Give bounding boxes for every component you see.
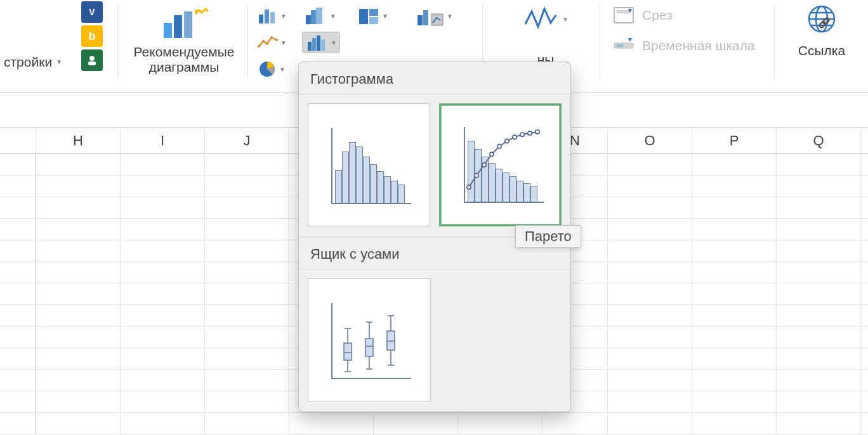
svg-rect-26 — [423, 10, 428, 25]
svg-point-9 — [258, 45, 260, 48]
svg-rect-62 — [387, 331, 395, 350]
tooltip-pareto: Парето — [515, 225, 581, 248]
slicer-button[interactable]: Срез — [613, 6, 673, 24]
svg-point-43 — [497, 145, 501, 148]
svg-point-10 — [262, 40, 265, 42]
svg-point-45 — [513, 135, 516, 139]
svg-point-0 — [89, 56, 95, 61]
svg-rect-1 — [88, 62, 96, 65]
gallery-section-histogram: Гистограмма — [299, 62, 570, 94]
svg-point-48 — [536, 130, 539, 134]
visio-addin-icon[interactable]: V — [81, 1, 103, 23]
svg-rect-6 — [259, 15, 263, 23]
svg-point-13 — [275, 39, 278, 41]
gallery-item-histogram[interactable] — [308, 103, 430, 226]
svg-rect-19 — [312, 38, 316, 51]
svg-rect-22 — [359, 9, 368, 24]
recommended-charts-label: Рекомендуемые диаграммы — [127, 44, 241, 75]
chevron-down-icon: ▼ — [382, 13, 388, 20]
link-label: Ссылка — [798, 43, 845, 58]
svg-point-46 — [520, 133, 524, 136]
people-graph-icon[interactable] — [81, 49, 103, 71]
svg-rect-20 — [317, 36, 320, 51]
timeline-button[interactable]: Временная шкала — [613, 37, 755, 55]
chevron-down-icon: ▼ — [279, 66, 286, 73]
svg-rect-52 — [344, 343, 352, 360]
svg-point-41 — [482, 163, 486, 167]
col-header-H[interactable]: H — [36, 127, 121, 153]
svg-point-47 — [528, 131, 532, 135]
addins-label: стройки — [4, 55, 52, 70]
chevron-down-icon: ▼ — [562, 16, 569, 23]
col-header[interactable] — [0, 127, 36, 153]
svg-point-12 — [270, 36, 273, 39]
chevron-down-icon: ▼ — [280, 39, 287, 46]
svg-rect-27 — [431, 14, 443, 25]
svg-point-5 — [195, 10, 199, 13]
svg-point-40 — [475, 173, 478, 177]
svg-rect-24 — [369, 17, 378, 24]
chevron-down-icon: ▼ — [330, 13, 336, 20]
slicer-label: Срез — [642, 8, 673, 23]
svg-point-44 — [505, 139, 509, 143]
bar-3d-chart-button[interactable]: ▼ — [302, 5, 339, 27]
svg-rect-18 — [308, 42, 312, 51]
gallery-item-boxwhisker[interactable] — [308, 278, 431, 401]
line-chart-button[interactable]: ▼ — [255, 32, 289, 53]
hierarchy-chart-button[interactable]: ▼ — [355, 5, 391, 27]
svg-rect-17 — [316, 8, 322, 24]
svg-rect-7 — [265, 10, 269, 23]
statistical-chart-button[interactable]: ▼ — [302, 32, 340, 53]
svg-point-11 — [266, 42, 268, 45]
svg-rect-8 — [270, 12, 275, 23]
svg-rect-25 — [418, 15, 423, 25]
svg-rect-57 — [365, 339, 373, 356]
timeline-label: Временная шкала — [642, 38, 755, 53]
svg-rect-31 — [617, 44, 623, 47]
addins-button[interactable]: стройки ▼ — [0, 53, 66, 71]
chevron-down-icon: ▼ — [331, 39, 337, 46]
combo-chart-button[interactable]: ▼ — [414, 5, 456, 27]
svg-rect-21 — [321, 39, 325, 51]
sparklines-button[interactable]: ▼ — [519, 4, 572, 34]
svg-point-39 — [467, 185, 471, 189]
link-button[interactable] — [803, 4, 840, 39]
pie-chart-button[interactable]: ▼ — [255, 58, 288, 80]
col-header-P[interactable]: P — [692, 127, 777, 153]
col-header-J[interactable]: J — [205, 127, 289, 153]
chevron-down-icon: ▼ — [280, 13, 287, 20]
chevron-down-icon: ▼ — [447, 13, 453, 20]
col-header-Q[interactable]: Q — [777, 127, 861, 153]
chevron-down-icon: ▼ — [56, 58, 62, 65]
svg-rect-4 — [184, 11, 192, 38]
column-chart-button[interactable]: ▼ — [255, 5, 289, 27]
svg-rect-2 — [164, 23, 172, 38]
svg-rect-29 — [617, 10, 631, 13]
svg-rect-23 — [369, 9, 378, 16]
col-header-O[interactable]: O — [608, 127, 692, 153]
recommended-charts-icon[interactable] — [159, 5, 209, 43]
svg-point-42 — [490, 152, 494, 156]
gallery-item-pareto[interactable] — [439, 103, 562, 226]
col-header-I[interactable]: I — [121, 127, 205, 153]
bing-addin-icon[interactable]: b — [81, 25, 103, 47]
svg-rect-3 — [174, 15, 182, 38]
